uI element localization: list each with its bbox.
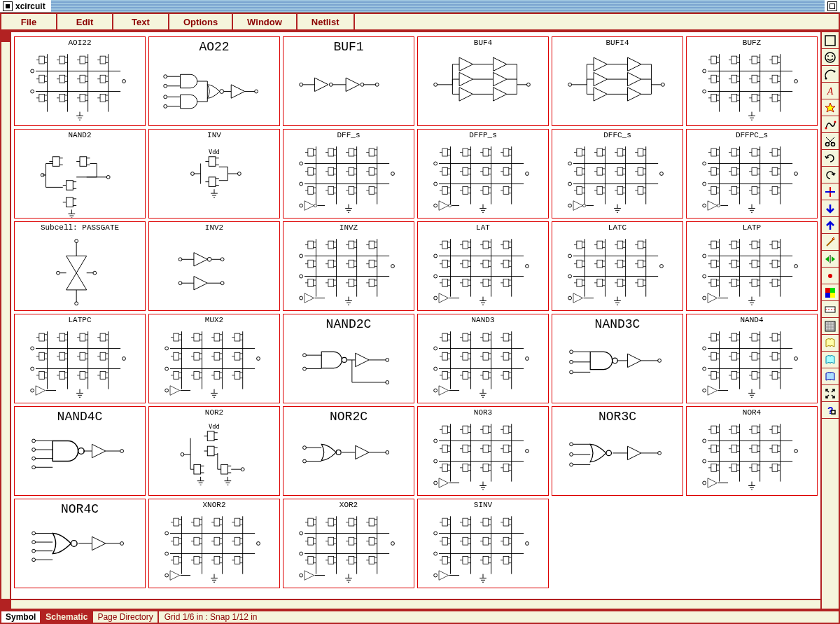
arc-icon[interactable] xyxy=(822,66,839,83)
canvas[interactable]: AOI22AO22BUF1BUF4BUFI4BUFZNAND2INVVddDFF… xyxy=(0,31,822,610)
svg-point-263 xyxy=(32,457,36,460)
horizontal-scrollbar[interactable] xyxy=(11,599,820,609)
svg-line-371 xyxy=(826,137,832,143)
svg-point-193 xyxy=(794,265,798,268)
svg-point-158 xyxy=(300,254,303,258)
library-cell[interactable]: DFFC_s xyxy=(552,129,683,219)
library-cell[interactable]: XNOR2 xyxy=(148,499,280,588)
menu-text[interactable]: Text xyxy=(113,14,169,29)
book1-icon[interactable] xyxy=(822,335,839,352)
library-cell[interactable]: LATPC xyxy=(14,314,146,403)
library-cell[interactable]: SINV xyxy=(417,499,549,588)
library-cell[interactable]: AOI22 xyxy=(14,36,146,126)
svg-point-183 xyxy=(568,296,572,300)
library-cell[interactable]: BUFI4 xyxy=(552,36,683,126)
text-a-icon[interactable]: A xyxy=(822,83,839,99)
library-cell[interactable]: NAND3 xyxy=(417,314,549,403)
menu-options[interactable]: Options xyxy=(169,14,233,29)
svg-line-374 xyxy=(827,239,834,246)
svg-point-192 xyxy=(703,275,706,278)
empty-box-icon[interactable] xyxy=(822,32,839,49)
up-arrow-icon[interactable] xyxy=(822,217,839,234)
titlebar-drag[interactable] xyxy=(51,0,825,12)
svg-point-367 xyxy=(834,120,836,123)
svg-point-159 xyxy=(300,275,303,278)
library-cell[interactable]: NOR2C xyxy=(283,406,414,496)
schematic-button[interactable]: Schematic xyxy=(41,611,93,623)
book3-icon[interactable] xyxy=(822,368,839,385)
library-cell[interactable]: LAT xyxy=(417,221,549,311)
window-menu-icon[interactable] xyxy=(3,1,13,11)
dashed-icon[interactable] xyxy=(822,301,839,318)
down-arrow-icon[interactable] xyxy=(822,200,839,217)
svg-point-100 xyxy=(391,172,395,176)
library-cell[interactable]: MUX2 xyxy=(148,314,280,403)
library-cell[interactable]: AO22 xyxy=(148,36,280,126)
library-cell[interactable]: NOR4C xyxy=(14,499,146,588)
svg-point-204 xyxy=(122,357,126,361)
colors-icon[interactable] xyxy=(822,284,839,301)
statusbar: Symbol Schematic Page Directory Grid 1/6… xyxy=(0,610,840,624)
library-cell[interactable]: INVZ xyxy=(283,221,414,311)
menu-file[interactable]: File xyxy=(1,14,57,29)
svg-point-8 xyxy=(122,80,126,83)
symbol-button[interactable]: Symbol xyxy=(1,611,41,623)
circle-smile-icon[interactable] xyxy=(822,49,839,66)
scissors-icon[interactable] xyxy=(822,133,839,150)
library-cell[interactable]: DFF_s xyxy=(283,129,414,219)
menu-edit[interactable]: Edit xyxy=(57,14,113,29)
page-directory-button[interactable]: Page Directory xyxy=(93,611,158,623)
svg-point-257 xyxy=(703,389,706,392)
svg-point-110 xyxy=(434,182,438,186)
menu-netlist[interactable]: Netlist xyxy=(298,14,355,29)
maximize-icon[interactable] xyxy=(827,1,837,11)
svg-point-361 xyxy=(827,55,829,57)
wand-icon[interactable] xyxy=(822,234,839,251)
svg-point-63 xyxy=(662,83,665,86)
library-cell[interactable]: NAND2C xyxy=(283,314,414,403)
main-area: AOI22AO22BUF1BUF4BUFI4BUFZNAND2INVVddDFF… xyxy=(0,31,840,610)
cross-icon[interactable] xyxy=(822,183,839,200)
help-icon[interactable]: ? xyxy=(822,402,839,419)
library-cell[interactable]: NAND2 xyxy=(14,129,146,219)
curve-icon[interactable] xyxy=(822,116,839,133)
library-cell[interactable]: NOR3 xyxy=(417,406,549,496)
rotate-ccw-icon[interactable] xyxy=(822,167,839,183)
library-cell[interactable]: INV2 xyxy=(148,221,280,311)
library-cell[interactable]: XOR2 xyxy=(283,499,414,588)
library-cell[interactable]: BUFZ xyxy=(686,36,818,126)
library-cell[interactable]: NAND3C xyxy=(552,314,683,403)
svg-point-182 xyxy=(660,265,664,268)
library-cell[interactable]: LATC xyxy=(552,221,683,311)
svg-point-132 xyxy=(703,182,706,186)
grid-icon[interactable] xyxy=(822,318,839,335)
library-cell[interactable]: NAND4C xyxy=(14,406,146,496)
library-cell[interactable]: BUF1 xyxy=(283,36,414,126)
mirror-arrows-icon[interactable] xyxy=(822,251,839,268)
star-cursor-icon[interactable] xyxy=(822,99,839,116)
library-cell[interactable]: NOR3C xyxy=(552,406,683,496)
svg-point-277 xyxy=(303,446,307,450)
library-cell[interactable]: Subcell: PASSGATE xyxy=(14,221,146,311)
svg-point-47 xyxy=(568,83,572,86)
book2-icon[interactable] xyxy=(822,352,839,368)
svg-point-363 xyxy=(825,77,827,79)
library-cell[interactable]: NAND4 xyxy=(686,314,818,403)
library-cell[interactable]: NOR4 xyxy=(686,406,818,496)
library-cell[interactable]: LATP xyxy=(686,221,818,311)
library-cell[interactable]: NOR2Vdd xyxy=(148,406,280,496)
library-cell[interactable]: BUF4 xyxy=(417,36,549,126)
svg-point-345 xyxy=(391,542,395,546)
svg-text:Vdd: Vdd xyxy=(209,423,220,430)
svg-point-259 xyxy=(32,439,36,443)
rotate-cw-icon[interactable] xyxy=(822,150,839,167)
dot-icon[interactable] xyxy=(822,268,839,284)
svg-point-9 xyxy=(164,75,167,78)
library-cell[interactable]: INVVdd xyxy=(148,129,280,219)
library-cell[interactable]: DFFP_s xyxy=(417,129,549,219)
svg-point-131 xyxy=(703,162,706,165)
library-cell[interactable]: DFFPC_s xyxy=(686,129,818,219)
zoom-full-icon[interactable] xyxy=(822,385,839,402)
vertical-scrollbar[interactable] xyxy=(1,42,11,599)
menu-window[interactable]: Window xyxy=(233,14,298,29)
